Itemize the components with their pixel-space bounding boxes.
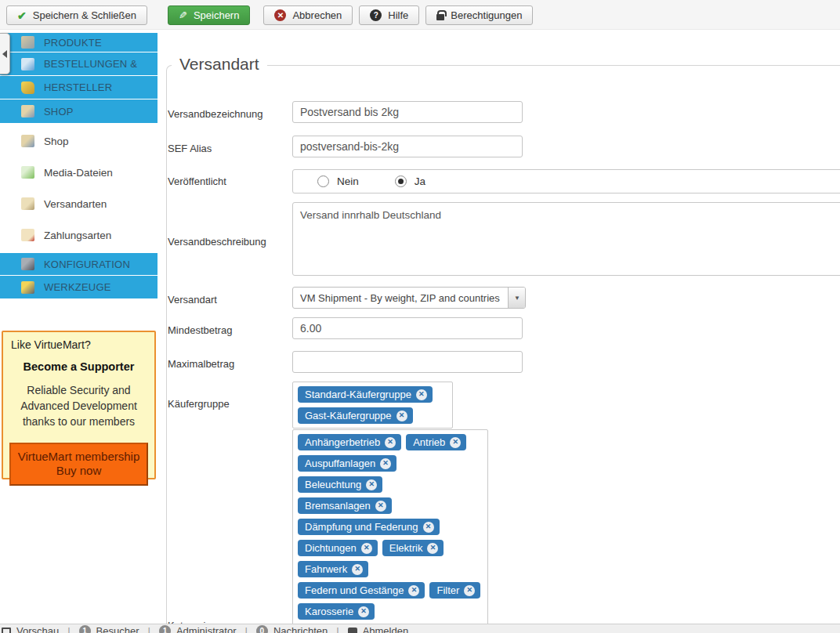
maximalbetrag-input[interactable]	[292, 351, 523, 373]
sidebar-item-label: Zahlungsarten	[44, 230, 111, 241]
kaeufergruppe-tagbox[interactable]: Standard-KäufergruppeGast-Käufergruppe	[292, 382, 453, 429]
tag-label: Fahrwerk	[305, 563, 347, 575]
virtuemart-admin-screen: Speichern & Schließen Speichern ✕ Abbrec…	[0, 0, 840, 633]
kategorien-tagbox[interactable]: AnhängerbetriebAntriebAuspuffanlagenBele…	[292, 429, 488, 633]
maximalbetrag-label: Maximalbetrag	[168, 358, 234, 370]
tag-label: Dämpfung und Federung	[305, 521, 418, 533]
tag-pill: Beleuchtung	[298, 476, 382, 493]
remove-tag-icon[interactable]	[408, 585, 419, 596]
tag-pill: Federn und Gestänge	[298, 582, 425, 599]
sef-alias-input[interactable]	[292, 136, 523, 157]
tag-label: Anhängerbetrieb	[305, 436, 380, 448]
hersteller-icon	[21, 81, 34, 94]
chevron-down-icon[interactable]	[508, 288, 525, 308]
veroeffentlicht-label: Veröffentlicht	[168, 175, 226, 187]
sidebar-item-label: SHOP	[44, 106, 74, 118]
sidebar-item-shop[interactable]: Shop	[0, 129, 158, 153]
versandbeschreibung-textarea[interactable]: Versand innrhalb Deutschland	[292, 202, 840, 276]
save-label: Speichern	[194, 9, 240, 21]
admin-link[interactable]: 1 Administrator	[159, 625, 237, 633]
remove-tag-icon[interactable]	[427, 543, 438, 554]
remove-tag-icon[interactable]	[450, 437, 461, 448]
cancel-button[interactable]: ✕ Abbrechen	[263, 5, 353, 25]
remove-tag-icon[interactable]	[385, 437, 396, 448]
footer-separator: |	[148, 625, 150, 633]
permissions-button[interactable]: Berechtigungen	[425, 5, 533, 25]
remove-tag-icon[interactable]	[361, 543, 372, 554]
tag-pill: Antrieb	[406, 434, 466, 450]
radio-ja[interactable]	[395, 175, 407, 187]
sidebar-item-bestellungen[interactable]: BESTELLUNGEN &	[0, 52, 158, 75]
tag-pill: Elektrik	[382, 540, 444, 556]
bestellungen-icon	[21, 58, 34, 71]
toolbar: Speichern & Schließen Speichern ✕ Abbrec…	[0, 0, 840, 30]
mindestbetrag-label: Mindestbetrag	[168, 324, 232, 336]
tag-label: Auspuffanlagen	[305, 458, 375, 469]
sidebar-item-media-dateien[interactable]: Media-Dateien	[0, 161, 158, 184]
logout-link[interactable]: Abmelden	[348, 625, 409, 633]
tag-label: Bremsanlagen	[305, 500, 371, 512]
sidebar-item-label: WERKZEUGE	[44, 281, 111, 293]
tag-label: Dichtungen	[305, 542, 357, 554]
radio-nein[interactable]	[317, 175, 329, 187]
remove-tag-icon[interactable]	[358, 606, 369, 617]
versandbezeichnung-input[interactable]	[292, 101, 523, 123]
remove-tag-icon[interactable]	[416, 389, 427, 400]
edit-icon	[179, 9, 187, 21]
shop-icon	[21, 105, 34, 118]
radio-option-ja[interactable]: Ja	[395, 175, 425, 187]
remove-tag-icon[interactable]	[375, 501, 386, 512]
tag-pill: Filter	[429, 582, 480, 599]
tag-label: Beleuchtung	[305, 479, 361, 490]
footer-separator: |	[336, 625, 339, 633]
sidebar-item-konfiguration[interactable]: KONFIGURATION	[0, 253, 158, 275]
visitors-label: Besucher	[96, 625, 139, 633]
sidebar-item-zahlungsarten[interactable]: Zahlungsarten	[0, 223, 158, 247]
tag-pill: Gast-Käufergruppe	[298, 407, 413, 424]
sidebar-item-label: Shop	[44, 136, 69, 147]
help-button[interactable]: ? Hilfe	[359, 5, 419, 25]
remove-tag-icon[interactable]	[366, 479, 377, 490]
preview-link[interactable]: Vorschau	[2, 625, 59, 633]
remove-tag-icon[interactable]	[396, 411, 407, 421]
tag-pill: Karosserie	[298, 603, 375, 620]
sidebar-collapse-handle[interactable]	[0, 33, 10, 74]
versandarten-icon	[21, 197, 34, 210]
radio-ja-label: Ja	[415, 175, 425, 187]
promo-text: Reliable Security and Advanced Developme…	[9, 383, 148, 430]
remove-tag-icon[interactable]	[352, 564, 363, 575]
preview-icon	[2, 628, 11, 633]
tag-label: Elektrik	[389, 542, 423, 554]
messages-link[interactable]: 0 Nachrichten	[256, 625, 328, 633]
save-close-button[interactable]: Speichern & Schließen	[6, 5, 147, 25]
membership-buy-button[interactable]: VirtueMart membership Buy now	[9, 443, 148, 487]
tag-pill: Anhängerbetrieb	[298, 434, 401, 450]
konfiguration-icon	[21, 258, 34, 270]
logout-label: Abmelden	[363, 625, 409, 633]
visitors-link[interactable]: 1 Besucher	[79, 625, 139, 633]
shipment-method-select[interactable]: VM Shipment - By weight, ZIP and countri…	[292, 287, 526, 309]
preview-label: Vorschau	[16, 625, 59, 633]
sef-alias-label: SEF Alias	[168, 143, 212, 154]
tag-pill: Dichtungen	[298, 540, 378, 556]
check-icon	[17, 9, 27, 22]
werkzeuge-icon	[21, 281, 34, 294]
versandart-label: Versandart	[168, 294, 217, 306]
mindestbetrag-input[interactable]	[292, 317, 523, 339]
sidebar-item-versandarten[interactable]: Versandarten	[0, 192, 158, 215]
save-button[interactable]: Speichern	[168, 5, 250, 25]
kaeufergruppe-label: Käufergruppe	[168, 398, 230, 410]
remove-tag-icon[interactable]	[380, 458, 391, 469]
sidebar-item-hersteller[interactable]: HERSTELLER	[0, 76, 158, 99]
remove-tag-icon[interactable]	[464, 585, 475, 596]
tag-label: Federn und Gestänge	[305, 584, 404, 596]
sidebar-item-label: Media-Dateien	[44, 167, 113, 179]
sidebar-item-werkzeuge[interactable]: WERKZEUGE	[0, 276, 158, 298]
radio-option-nein[interactable]: Nein	[317, 175, 359, 187]
remove-tag-icon[interactable]	[423, 522, 434, 533]
supporter-promo-box: Like VirtueMart? Become a Supporter Reli…	[2, 331, 156, 479]
versandbeschreibung-label: Versandbeschreibung	[168, 236, 266, 248]
sidebar-item-shop-group[interactable]: SHOP	[0, 99, 158, 123]
sidebar-item-produkte[interactable]: PRODUKTE	[0, 33, 158, 52]
tag-pill: Fahrwerk	[298, 561, 368, 577]
